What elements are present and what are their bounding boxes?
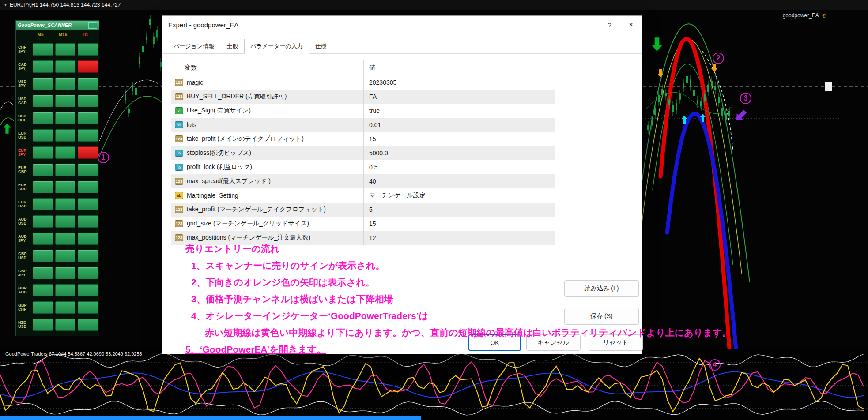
param-row[interactable]: 123take_profit (マーチンゲール_テイクプロフィット)5 [171,202,555,217]
signal-cell-green[interactable] [33,60,53,73]
signal-cell-green[interactable] [33,198,53,210]
param-value[interactable]: 20230305 [363,75,555,90]
signal-cell-green[interactable] [55,232,75,245]
signal-cell-green[interactable] [55,129,75,142]
param-row[interactable]: 123take_profit (メインのテイクプロフィット)15 [171,132,555,146]
scanner-title: GoodPower_SCANNER [18,22,72,28]
param-row[interactable]: 123BUY_SELL_ORDER (売買取引許可)FA [171,90,555,104]
signal-cell-green[interactable] [55,301,75,314]
dialog-title-bar[interactable]: Expert - goodpower_EA ? ✕ [162,16,642,34]
signal-cell-green[interactable] [33,78,53,90]
column-header-m15: M15 [52,32,74,39]
signal-cell-green[interactable] [78,284,98,296]
ea-smiley-icon[interactable]: ☺ [821,12,827,19]
oscillator-mid-term-yellow-line [0,358,864,413]
signal-cell-green[interactable] [55,78,75,90]
scanner-minimize-button[interactable]: -- [88,22,97,29]
param-row[interactable]: 123grid_size (マーチンゲール_グリッドサイズ)15 [171,217,555,231]
signal-cell-green[interactable] [78,164,98,176]
signal-cell-green[interactable] [33,129,53,142]
signal-cell-green[interactable] [55,112,75,124]
tab-dependencies[interactable]: 仕様 [309,39,333,54]
signal-cell-green[interactable] [33,215,53,228]
save-button[interactable]: 保存 (S) [564,308,639,325]
param-row[interactable]: ½profit_lock (利益ロック)0.5 [171,160,555,174]
help-button[interactable]: ? [600,16,620,34]
signal-cell-green[interactable] [33,146,53,159]
signal-cell-red[interactable] [78,60,98,73]
signal-cell-red[interactable] [78,146,98,159]
param-row[interactable]: 123magic20230305 [171,75,555,90]
param-value[interactable]: マーチンゲール設定 [363,188,555,202]
signal-cell-green[interactable] [55,250,75,262]
signal-cell-green[interactable] [33,95,53,107]
signal-cell-green[interactable] [33,181,53,193]
load-button[interactable]: 読み込み (L) [564,280,639,297]
param-type-int-icon: 123 [175,220,183,227]
scanner-row: CHFJPY [17,43,98,56]
signal-cell-green[interactable] [78,129,98,142]
signal-cell-green[interactable] [78,43,98,56]
param-type-bool-icon: ✓ [175,107,183,114]
signal-cell-green[interactable] [33,232,53,245]
param-value[interactable]: 5 [363,202,555,217]
signal-cell-green[interactable] [78,181,98,193]
signal-cell-green[interactable] [55,181,75,193]
signal-cell-green[interactable] [33,267,53,279]
ea-badge[interactable]: goodpower_EA ☺ [783,12,827,19]
param-row[interactable]: 123max_spread(最大スプレッド )40 [171,174,555,188]
signal-cell-green[interactable] [78,215,98,228]
param-value[interactable]: 40 [363,174,555,188]
signal-cell-green[interactable] [78,78,98,90]
chevron-down-icon[interactable]: ▼ [4,3,8,7]
signal-cell-green[interactable] [33,250,53,262]
scanner-header[interactable]: GoodPower_SCANNER -- [16,21,99,30]
signal-cell-green[interactable] [33,301,53,314]
signal-cell-green[interactable] [55,60,75,73]
signal-cell-green[interactable] [33,284,53,296]
param-value[interactable]: 0.01 [363,118,555,132]
signal-cell-green[interactable] [55,43,75,56]
signal-cell-green[interactable] [78,319,98,331]
signal-cell-green[interactable] [33,112,53,124]
signal-cell-green[interactable] [78,112,98,124]
goodpower-scanner-panel: GoodPower_SCANNER -- M5 M15 H1 CHFJPYCAD… [15,20,99,336]
signal-cell-green[interactable] [78,95,98,107]
param-row[interactable]: ½stoploss(損切ピップス)5000.0 [171,146,555,160]
param-value[interactable]: 5000.0 [363,146,555,160]
tab-common[interactable]: 全般 [220,39,244,54]
signal-cell-green[interactable] [55,215,75,228]
signal-cell-green[interactable] [78,250,98,262]
signal-cell-green[interactable] [33,43,53,56]
param-value[interactable]: 15 [363,132,555,146]
param-row[interactable]: ½lots0.01 [171,118,555,132]
param-row[interactable]: abMartingale_Settingマーチンゲール設定 [171,188,555,202]
signal-cell-green[interactable] [55,146,75,159]
signal-cell-green[interactable] [78,198,98,210]
signal-cell-green[interactable] [78,232,98,245]
close-icon[interactable]: ✕ [620,16,642,34]
signal-cell-green[interactable] [33,319,53,331]
signal-cell-green[interactable] [55,267,75,279]
tab-version-info[interactable]: バージョン情報 [167,39,220,54]
signal-cell-green[interactable] [33,164,53,176]
signal-cell-green[interactable] [55,164,75,176]
signal-cell-green[interactable] [55,284,75,296]
signal-cell-green[interactable] [55,319,75,331]
param-value[interactable]: 15 [363,217,555,231]
param-name: take_profit (マーチンゲール_テイクプロフィット) [187,206,326,214]
param-name: profit_lock (利益ロック) [187,163,252,171]
param-value[interactable]: 0.5 [363,160,555,174]
tab-inputs[interactable]: パラメーターの入力 [244,39,309,54]
param-value[interactable]: 12 [363,231,555,245]
param-row[interactable]: ✓Use_Sign( 売買サイン)true [171,104,555,118]
annotation-step-1: 1、スキャンナーに売りのサインが表示され。 [191,259,385,272]
sell-entry-green-arrow-icon [652,37,662,51]
param-value[interactable]: FA [363,90,555,104]
signal-cell-green[interactable] [78,301,98,314]
circled-marker-2: 2 [713,52,724,64]
signal-cell-green[interactable] [55,95,75,107]
signal-cell-green[interactable] [78,267,98,279]
param-value[interactable]: true [363,104,555,118]
signal-cell-green[interactable] [55,198,75,210]
